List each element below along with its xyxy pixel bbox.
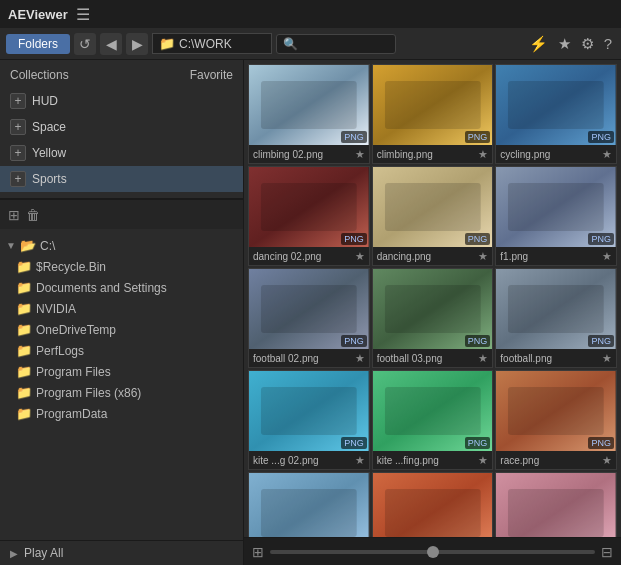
play-all-item[interactable]: ▶ Play All <box>0 540 243 565</box>
thumb-name-4: dancing.png <box>377 251 477 262</box>
thumb-star-6[interactable]: ★ <box>355 352 365 365</box>
lightning-icon[interactable]: ⚡ <box>526 33 551 55</box>
forward-button[interactable]: ▶ <box>126 33 148 55</box>
gallery-thumb-7[interactable]: PNGfootball 03.png★ <box>372 268 494 368</box>
title-bar: AEViewer ☰ <box>0 0 621 28</box>
tree-item-nvidia[interactable]: 📁 NVIDIA <box>0 298 243 319</box>
thumb-badge-0: PNG <box>341 131 367 143</box>
favorite-label[interactable]: Favorite <box>190 68 233 82</box>
tree-item-perflogs[interactable]: 📁 PerfLogs <box>0 340 243 361</box>
back-button[interactable]: ◀ <box>100 33 122 55</box>
folder-icon-perflogs: 📁 <box>16 343 32 358</box>
thumb-badge-1: PNG <box>465 131 491 143</box>
tree-item-progfiles86[interactable]: 📁 Program Files (x86) <box>0 382 243 403</box>
tree-item-progfiles[interactable]: 📁 Program Files <box>0 361 243 382</box>
tree-label-progfiles86: Program Files (x86) <box>36 386 237 400</box>
folder-icon: 📁 <box>159 36 175 51</box>
thumb-star-7[interactable]: ★ <box>478 352 488 365</box>
svg-rect-27 <box>385 489 481 537</box>
play-all-arrow: ▶ <box>10 548 20 559</box>
thumb-star-2[interactable]: ★ <box>602 148 612 161</box>
tree-label-onedrive: OneDriveTemp <box>36 323 237 337</box>
collection-item-sports[interactable]: + Sports <box>0 166 243 192</box>
gallery-thumb-12[interactable]: PNGrun 02.png★ <box>248 472 370 537</box>
size-slider[interactable] <box>270 550 595 554</box>
thumb-name-5: f1.png <box>500 251 600 262</box>
thumb-star-5[interactable]: ★ <box>602 250 612 263</box>
svg-rect-19 <box>261 387 357 435</box>
thumb-star-3[interactable]: ★ <box>355 250 365 263</box>
collection-add-icon-sports: + <box>10 171 26 187</box>
thumb-star-4[interactable]: ★ <box>478 250 488 263</box>
thumb-star-11[interactable]: ★ <box>602 454 612 467</box>
gallery-thumb-8[interactable]: PNGfootball.png★ <box>495 268 617 368</box>
thumb-name-11: race.png <box>500 455 600 466</box>
gallery-thumb-13[interactable]: PNGrun 03.png★ <box>372 472 494 537</box>
gallery-thumb-11[interactable]: PNGrace.png★ <box>495 370 617 470</box>
thumb-name-7: football 03.png <box>377 353 477 364</box>
thumb-badge-8: PNG <box>588 335 614 347</box>
path-text: C:\WORK <box>179 37 232 51</box>
gallery-thumb-9[interactable]: PNGkite ...g 02.png★ <box>248 370 370 470</box>
gallery-grid: PNGclimbing 02.png★ PNGclimbing.png★ PNG… <box>244 60 621 537</box>
tree-item-programdata[interactable]: 📁 ProgramData <box>0 403 243 424</box>
gallery-thumb-5[interactable]: PNGf1.png★ <box>495 166 617 266</box>
play-all-label: Play All <box>24 546 233 560</box>
collection-item-yellow[interactable]: + Yellow <box>0 140 243 166</box>
collection-add-icon-yellow: + <box>10 145 26 161</box>
thumb-badge-2: PNG <box>588 131 614 143</box>
collection-item-hud[interactable]: + HUD <box>0 88 243 114</box>
thumb-name-10: kite ...fing.png <box>377 455 477 466</box>
sidebar: Collections Favorite + HUD + Space + Yel… <box>0 60 244 565</box>
tree-root[interactable]: ▼ 📂 C:\ <box>0 235 243 256</box>
gallery-thumb-3[interactable]: PNGdancing 02.png★ <box>248 166 370 266</box>
gear-icon[interactable]: ⚙ <box>578 33 597 55</box>
thumb-star-1[interactable]: ★ <box>478 148 488 161</box>
gallery-bottom-bar: ⊞ ⊟ <box>244 537 621 565</box>
refresh-button[interactable]: ↺ <box>74 33 96 55</box>
star-icon[interactable]: ★ <box>555 33 574 55</box>
tree-item-onedrive[interactable]: 📁 OneDriveTemp <box>0 319 243 340</box>
gallery: PNGclimbing 02.png★ PNGclimbing.png★ PNG… <box>244 60 621 565</box>
gallery-thumb-2[interactable]: PNGcycling.png★ <box>495 64 617 164</box>
folder-icon-onedrive: 📁 <box>16 322 32 337</box>
collection-label-yellow: Yellow <box>32 146 66 160</box>
svg-rect-11 <box>508 183 604 231</box>
collection-item-space[interactable]: + Space <box>0 114 243 140</box>
thumb-badge-6: PNG <box>341 335 367 347</box>
gallery-thumb-14[interactable]: PNGrun.png★ <box>495 472 617 537</box>
thumb-star-9[interactable]: ★ <box>355 454 365 467</box>
grid-view-icon[interactable]: ⊞ <box>252 544 264 560</box>
detail-view-icon[interactable]: ⊟ <box>601 544 613 560</box>
help-icon[interactable]: ? <box>601 33 615 54</box>
thumb-badge-11: PNG <box>588 437 614 449</box>
toolbar-right: ⚡ ★ ⚙ ? <box>526 33 615 55</box>
gallery-thumb-10[interactable]: PNGkite ...fing.png★ <box>372 370 494 470</box>
sidebar-tool-delete[interactable]: 🗑 <box>26 207 40 223</box>
folders-tab[interactable]: Folders <box>6 34 70 54</box>
gallery-thumb-0[interactable]: PNGclimbing 02.png★ <box>248 64 370 164</box>
tree-root-label: C:\ <box>40 239 237 253</box>
thumb-badge-10: PNG <box>465 437 491 449</box>
gallery-thumb-4[interactable]: PNGdancing.png★ <box>372 166 494 266</box>
svg-rect-23 <box>508 387 604 435</box>
sidebar-tool-grid[interactable]: ⊞ <box>8 207 20 223</box>
tree-arrow-root: ▼ <box>6 240 16 251</box>
path-box[interactable]: 📁 C:\WORK <box>152 33 272 54</box>
sidebar-bottom-toolbar: ⊞ 🗑 <box>0 199 243 229</box>
thumb-star-0[interactable]: ★ <box>355 148 365 161</box>
tree-label-recycle: $Recycle.Bin <box>36 260 237 274</box>
tree-label-progfiles: Program Files <box>36 365 237 379</box>
thumb-badge-9: PNG <box>341 437 367 449</box>
search-input[interactable] <box>276 34 396 54</box>
collections-label: Collections <box>10 68 69 82</box>
tree-item-recycle[interactable]: 📁 $Recycle.Bin <box>0 256 243 277</box>
folder-icon-docs: 📁 <box>16 280 32 295</box>
menu-icon[interactable]: ☰ <box>76 5 90 24</box>
tree-item-docs[interactable]: 📁 Documents and Settings <box>0 277 243 298</box>
thumb-star-8[interactable]: ★ <box>602 352 612 365</box>
svg-rect-1 <box>261 81 357 129</box>
gallery-thumb-1[interactable]: PNGclimbing.png★ <box>372 64 494 164</box>
thumb-star-10[interactable]: ★ <box>478 454 488 467</box>
gallery-thumb-6[interactable]: PNGfootball 02.png★ <box>248 268 370 368</box>
